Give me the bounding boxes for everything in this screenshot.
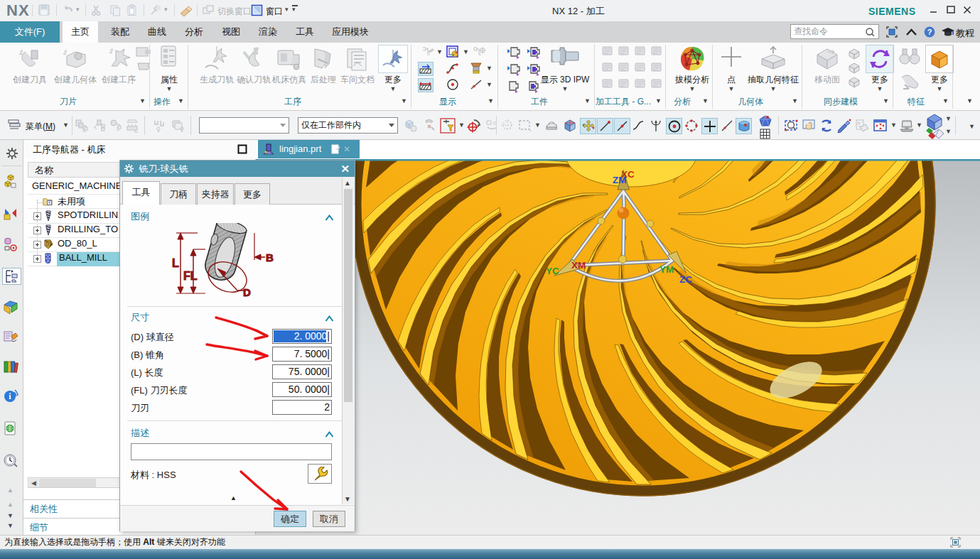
svg-text:B: B — [266, 251, 274, 264]
svg-text:D: D — [243, 286, 251, 298]
svg-text:YM: YM — [659, 264, 674, 275]
svg-text:YC: YC — [546, 266, 559, 276]
svg-text:XM: XM — [571, 260, 586, 271]
svg-text:?: ? — [927, 28, 932, 36]
svg-text:FL: FL — [183, 270, 198, 282]
svg-text:ZM: ZM — [613, 175, 627, 185]
svg-text:ZC: ZC — [679, 274, 692, 285]
svg-text:L: L — [172, 257, 179, 269]
